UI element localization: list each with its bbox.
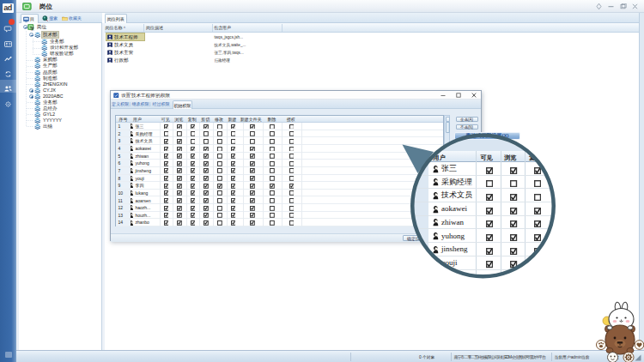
checkbox-checked[interactable]	[231, 154, 236, 159]
checkbox-checked[interactable]	[250, 213, 255, 218]
checkbox-checked[interactable]	[177, 206, 182, 211]
checkbox-checked[interactable]	[191, 161, 196, 166]
checkbox-checked[interactable]	[177, 184, 182, 189]
checkbox-unchecked[interactable]	[204, 139, 209, 144]
list-row-0[interactable]: 技术工程师twqs_jsgcs,jsh...	[105, 33, 639, 41]
tab-position-list[interactable]: 岗位列表	[105, 14, 128, 24]
checkbox-checked[interactable]	[191, 213, 196, 218]
checkbox-checked[interactable]	[250, 190, 255, 196]
checkbox-checked[interactable]	[250, 184, 255, 189]
list-row-1[interactable]: 技术文员技术文员,waite_...	[105, 41, 639, 49]
checkbox-checked[interactable]	[164, 184, 169, 189]
checkbox-unchecked[interactable]	[217, 168, 222, 173]
checkbox-checked[interactable]	[164, 124, 169, 129]
skin-button[interactable]	[594, 3, 604, 10]
checkbox-checked[interactable]	[164, 146, 169, 151]
checkbox-checked[interactable]	[231, 176, 236, 181]
checkbox-checked[interactable]	[231, 198, 236, 203]
checkbox-unchecked[interactable]	[231, 139, 236, 144]
checkbox-unchecked[interactable]	[217, 213, 222, 218]
tree-item-15[interactable]: YYYYYY	[19, 118, 101, 124]
tab-passing-permissions[interactable]: 经过权限	[153, 100, 170, 110]
app-logo[interactable]: ad	[3, 3, 14, 14]
checkbox-checked[interactable]	[177, 161, 182, 166]
checkbox-unchecked[interactable]	[289, 198, 295, 203]
checkbox-checked[interactable]	[204, 184, 209, 189]
checkbox-checked[interactable]	[250, 168, 255, 173]
column-10[interactable]: 授权	[287, 117, 295, 122]
checkbox-unchecked[interactable]	[177, 131, 182, 136]
checkbox-checked[interactable]	[204, 124, 209, 129]
checkbox-checked[interactable]	[204, 198, 209, 203]
checkbox-checked[interactable]	[204, 213, 209, 218]
checkbox-unchecked[interactable]	[289, 146, 295, 151]
checkbox-checked[interactable]	[231, 124, 236, 129]
users-icon[interactable]	[3, 81, 13, 91]
tab-search[interactable]: 搜索	[40, 14, 58, 24]
checkbox-unchecked[interactable]	[164, 131, 169, 136]
tree-item-16[interactable]: 出纳	[19, 124, 101, 130]
maximize-button[interactable]	[618, 3, 628, 10]
checkbox-checked[interactable]	[204, 220, 209, 226]
perm-row-6[interactable]: 6 yuhong	[116, 160, 444, 167]
select-all-button[interactable]: 全选(A)	[456, 117, 478, 122]
tree-item-11[interactable]: 2020ABC	[19, 94, 101, 100]
chart-icon[interactable]	[3, 51, 13, 61]
checkbox-unchecked[interactable]	[270, 213, 275, 218]
checkbox-checked[interactable]	[250, 198, 255, 203]
checkbox-unchecked[interactable]	[270, 190, 275, 196]
expand-icon[interactable]	[29, 94, 33, 99]
list-row-3[interactable]: 行政部行政经理	[105, 57, 639, 64]
checkbox-checked[interactable]	[191, 176, 196, 181]
checkbox-unchecked[interactable]	[217, 124, 222, 129]
resize-grip[interactable]	[635, 354, 641, 361]
checkbox-unchecked[interactable]	[270, 176, 275, 181]
checkbox-checked[interactable]	[250, 154, 255, 159]
navbar-collapse-icon[interactable]	[5, 352, 12, 358]
perm-row-12[interactable]: 12 haozh...	[116, 204, 444, 212]
checkbox-unchecked[interactable]	[270, 206, 275, 211]
dialog-close-button[interactable]	[470, 92, 478, 99]
tab-initial-permissions[interactable]: 初始权限	[173, 100, 193, 110]
checkbox-checked[interactable]	[231, 184, 236, 189]
checkbox-checked[interactable]	[231, 206, 236, 211]
perm-row-14[interactable]: 14 zhanbo	[116, 219, 444, 226]
checkbox-checked[interactable]	[204, 146, 209, 151]
column-user[interactable]: 用户	[133, 117, 142, 122]
column-no[interactable]: 序号	[119, 117, 128, 122]
checkbox-checked[interactable]	[177, 176, 182, 181]
contact-card-icon[interactable]	[3, 37, 13, 46]
close-button[interactable]	[630, 3, 640, 10]
list-row-2[interactable]: 技术主管张三,李四,twqs...	[105, 49, 639, 57]
checkbox-checked[interactable]	[289, 184, 295, 189]
checkbox-unchecked[interactable]	[270, 131, 275, 136]
checkbox-checked[interactable]	[177, 213, 182, 218]
perm-row-11[interactable]: 11 aoarsen	[116, 197, 444, 205]
checkbox-unchecked[interactable]	[250, 139, 255, 144]
perm-row-10[interactable]: 10 lukang	[116, 190, 444, 197]
checkbox-checked[interactable]	[204, 161, 209, 166]
checkbox-checked[interactable]	[204, 176, 209, 181]
checkbox-unchecked[interactable]	[204, 131, 209, 136]
checkbox-checked[interactable]	[231, 213, 236, 218]
collapse-icon[interactable]	[23, 25, 27, 29]
checkbox-unchecked[interactable]	[217, 131, 222, 136]
column-divider[interactable]	[282, 24, 283, 32]
perm-row-2[interactable]: 2 采购经理	[116, 130, 444, 138]
checkbox-checked[interactable]	[164, 139, 169, 144]
checkbox-unchecked[interactable]	[217, 139, 222, 144]
checkbox-checked[interactable]	[250, 161, 255, 166]
checkbox-unchecked[interactable]	[289, 190, 295, 196]
checkbox-unchecked[interactable]	[250, 131, 255, 136]
checkbox-checked[interactable]	[250, 146, 255, 151]
checkbox-unchecked[interactable]	[217, 206, 222, 211]
checkbox-unchecked[interactable]	[289, 168, 295, 173]
checkbox-checked[interactable]	[191, 154, 196, 159]
checkbox-unchecked[interactable]	[270, 154, 275, 159]
checkbox-checked[interactable]	[177, 220, 182, 226]
checkbox-unchecked[interactable]	[289, 213, 295, 218]
checkbox-checked[interactable]	[177, 139, 182, 144]
column-2[interactable]: 可见	[161, 117, 170, 122]
scrollbar-up-arrow[interactable]	[446, 117, 450, 122]
checkbox-unchecked[interactable]	[217, 190, 222, 196]
